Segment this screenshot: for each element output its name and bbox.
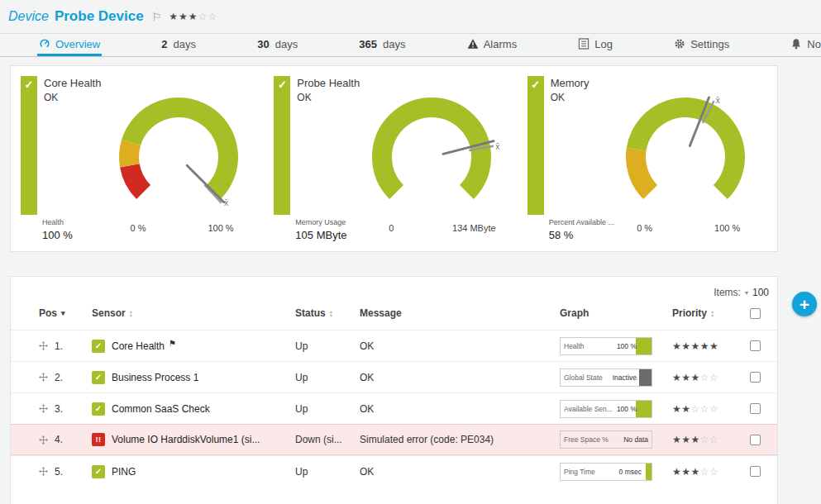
gauge-title[interactable]: Probe Health: [297, 77, 360, 89]
row-checkbox[interactable]: [750, 435, 761, 445]
tab-2-days[interactable]: 2 days: [160, 34, 198, 56]
table-row[interactable]: 2. ✓Business Process 1 Up OK Global Stat…: [11, 361, 777, 392]
table-row[interactable]: 5. ✓PING Up OK Ping Time0 msec ★★★☆☆: [11, 455, 777, 487]
tab-label: days: [275, 38, 298, 50]
tab-label: Overview: [55, 38, 100, 50]
row-pos: 4.: [55, 434, 63, 445]
items-value: 100: [752, 287, 769, 298]
col-header-message[interactable]: Message: [360, 307, 560, 319]
stars-filled: ★★★: [169, 11, 198, 22]
status-bar-green: [21, 76, 37, 215]
sensor-name[interactable]: Core Health: [112, 340, 165, 352]
tab-notifications[interactable]: Notifi: [789, 34, 821, 56]
row-pos: 1.: [55, 340, 63, 352]
gear-icon: [674, 38, 685, 50]
graph-value: 100 %: [617, 342, 637, 350]
col-header-sensor[interactable]: Sensor▴▾: [92, 307, 295, 319]
move-handle-icon[interactable]: [39, 341, 48, 350]
items-label: Items:: [714, 287, 741, 298]
status-bar-green: [274, 76, 290, 215]
row-status: Down (si...: [295, 434, 360, 445]
sort-both-icon: ▴▾: [330, 309, 332, 317]
table-row-down[interactable]: 4. !!Volume IO HarddiskVolume1 (si... Do…: [11, 424, 777, 455]
mini-graph[interactable]: Global StateInactive: [560, 368, 652, 387]
row-checkbox[interactable]: [750, 403, 761, 414]
device-type-label: Device: [8, 9, 49, 24]
mini-graph[interactable]: Available Sen...100 %: [560, 400, 652, 418]
gauge-max-label: 100 %: [714, 223, 740, 233]
sensor-name[interactable]: Business Process 1: [112, 372, 198, 383]
tab-overview[interactable]: Overview: [37, 34, 102, 56]
sensor-up-icon: ✓: [92, 340, 105, 353]
gauge-title[interactable]: Core Health: [44, 77, 101, 89]
chevron-down-icon: ▾: [745, 289, 748, 297]
stars-empty: ☆☆: [198, 11, 218, 22]
row-priority[interactable]: ★★★★★: [672, 340, 743, 352]
row-priority[interactable]: ★★★☆☆: [672, 466, 743, 478]
mini-graph[interactable]: Free Space %No data: [560, 430, 652, 449]
tab-label: days: [174, 38, 196, 50]
tab-alarms[interactable]: Alarms: [465, 34, 518, 56]
mini-graph[interactable]: Health100 %: [560, 337, 652, 355]
row-checkbox[interactable]: [750, 466, 761, 477]
row-checkbox[interactable]: [750, 372, 761, 383]
tab-30-days[interactable]: 30 days: [255, 34, 299, 56]
device-name: Probe Device: [55, 8, 144, 25]
table-row[interactable]: 3. ✓Common SaaS Check Up OK Available Se…: [11, 392, 777, 424]
sort-both-icon: ▴▾: [130, 309, 132, 317]
metric-label: Percent Available ...: [549, 218, 614, 226]
sensor-name[interactable]: PING: [112, 466, 136, 478]
device-priority-rating[interactable]: ★★★☆☆: [169, 11, 217, 22]
col-header-priority[interactable]: Priority▴▾: [672, 307, 743, 319]
stars-empty: ☆☆: [700, 434, 719, 445]
add-button[interactable]: +: [792, 292, 817, 316]
mini-graph[interactable]: Ping Time0 msec: [560, 463, 652, 481]
row-message: Simulated error (code: PE034): [360, 434, 560, 445]
tab-settings[interactable]: Settings: [672, 34, 731, 56]
move-handle-icon[interactable]: [39, 373, 48, 382]
graph-label: Free Space %: [564, 435, 620, 444]
gauge-title[interactable]: Memory: [551, 77, 589, 89]
table-header: Pos▾ Sensor▴▾ Status▴▾ Message Graph Pri…: [11, 297, 777, 330]
probe-health-gauge-dial: [353, 89, 510, 223]
tab-log[interactable]: Log: [576, 34, 614, 56]
select-all-checkbox[interactable]: [750, 308, 761, 319]
row-checkbox[interactable]: [750, 340, 761, 351]
col-header-status[interactable]: Status▴▾: [295, 307, 360, 319]
tab-label: Alarms: [484, 38, 517, 50]
favorite-flag-icon[interactable]: ⚐: [152, 11, 162, 23]
favorite-flag-icon: ⚑: [169, 340, 176, 349]
tab-number: 30: [257, 38, 269, 50]
move-handle-icon[interactable]: [39, 435, 48, 445]
col-header-pos[interactable]: Pos▾: [39, 307, 92, 319]
tab-label: days: [383, 38, 405, 50]
row-message: OK: [360, 403, 560, 415]
graph-value: 100 %: [617, 405, 637, 413]
check-icon: ✓: [274, 76, 290, 93]
tab-number: 365: [359, 38, 377, 50]
row-priority[interactable]: ★★★☆☆: [672, 434, 743, 445]
gauge-metric: Percent Available ... 58 %: [549, 218, 614, 241]
sensor-name[interactable]: Volume IO HarddiskVolume1 (si...: [112, 434, 260, 445]
gauge-probe-health: ✓ Probe Health OK 0 134 MByte x̄ Memory …: [267, 76, 520, 241]
table-row[interactable]: 1. ✓Core Health⚑ Up OK Health100 % ★★★★★: [11, 330, 777, 361]
check-icon: ✓: [527, 76, 544, 93]
row-priority[interactable]: ★★★☆☆: [672, 372, 743, 383]
gauge-min-label: 0: [389, 223, 394, 233]
graph-label: Health: [564, 342, 613, 350]
col-header-graph[interactable]: Graph: [560, 307, 672, 319]
gauge-min-label: 0 %: [131, 223, 146, 233]
tab-365-days[interactable]: 365 days: [357, 34, 407, 56]
sensor-name[interactable]: Common SaaS Check: [112, 403, 210, 415]
metric-value: 105 MByte: [295, 229, 346, 241]
average-marker-label: x̄: [495, 142, 499, 151]
col-label: Graph: [560, 307, 589, 319]
move-handle-icon[interactable]: [39, 467, 48, 476]
gauge-max-label: 134 MByte: [452, 223, 496, 233]
graph-value: Inactive: [613, 373, 637, 382]
log-list-icon: [578, 38, 589, 50]
move-handle-icon[interactable]: [39, 404, 48, 413]
row-priority[interactable]: ★★☆☆☆: [672, 403, 743, 415]
items-per-page-control[interactable]: Items: ▾ 100: [11, 277, 777, 297]
sensor-up-icon: ✓: [92, 465, 105, 478]
